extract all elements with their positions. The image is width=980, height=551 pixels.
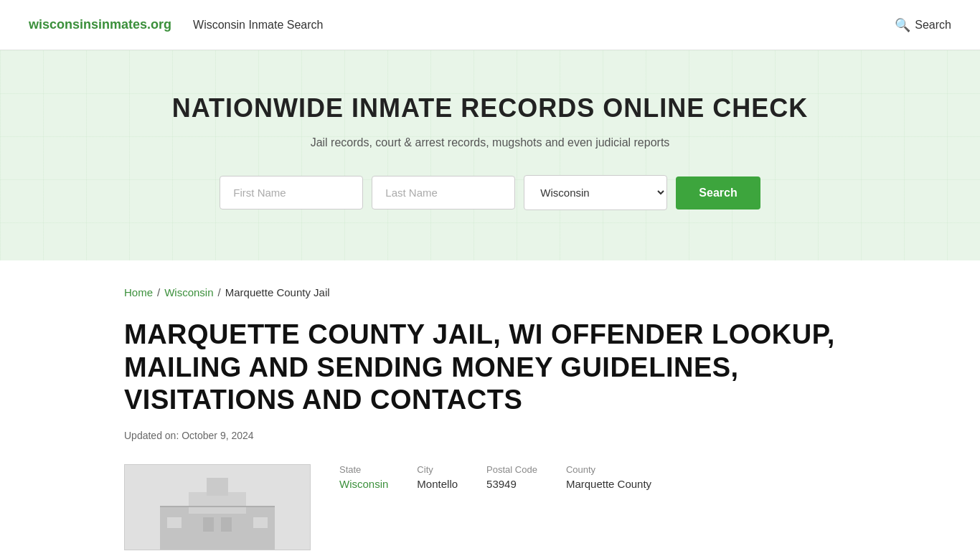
state-value: Wisconsin: [339, 478, 388, 490]
field-city: City Montello: [417, 464, 458, 490]
svg-rect-3: [221, 517, 232, 532]
hero-title: NATIONWIDE INMATE RECORDS ONLINE CHECK: [14, 93, 966, 123]
svg-rect-2: [203, 517, 214, 532]
postal-label: Postal Code: [486, 464, 537, 475]
search-button[interactable]: Search: [676, 176, 760, 209]
navbar: wisconsinsinmates.org Wisconsin Inmate S…: [0, 0, 980, 50]
navbar-search-label: Search: [915, 19, 951, 32]
search-form: AlabamaAlaskaArizonaArkansasCaliforniaCo…: [14, 175, 966, 210]
city-label: City: [417, 464, 458, 475]
navbar-title: Wisconsin Inmate Search: [193, 19, 895, 32]
svg-rect-5: [253, 517, 268, 528]
county-value: Marquette County: [566, 478, 651, 490]
first-name-input[interactable]: [220, 176, 363, 209]
field-postal: Postal Code 53949: [486, 464, 537, 490]
breadcrumb: Home / Wisconsin / Marquette County Jail: [124, 286, 856, 298]
breadcrumb-sep-2: /: [218, 286, 221, 298]
page-title: MARQUETTE COUNTY JAIL, WI OFFENDER LOOKU…: [124, 319, 856, 417]
state-label: State: [339, 464, 388, 475]
facility-info-row: State Wisconsin City Montello Postal Cod…: [124, 464, 856, 550]
postal-value: 53949: [486, 478, 537, 490]
navbar-brand-link[interactable]: wisconsinsinmates.org: [29, 17, 171, 32]
facility-fields: State Wisconsin City Montello Postal Cod…: [311, 464, 651, 490]
facility-image: [124, 464, 311, 550]
field-county: County Marquette County: [566, 464, 651, 490]
navbar-search-button[interactable]: 🔍 Search: [895, 17, 951, 33]
search-icon: 🔍: [895, 17, 910, 33]
breadcrumb-sep-1: /: [157, 286, 160, 298]
state-select[interactable]: AlabamaAlaskaArizonaArkansasCaliforniaCo…: [524, 175, 667, 210]
breadcrumb-home[interactable]: Home: [124, 286, 153, 298]
breadcrumb-current: Marquette County Jail: [225, 286, 330, 298]
svg-rect-4: [167, 517, 182, 528]
last-name-input[interactable]: [372, 176, 515, 209]
field-state: State Wisconsin: [339, 464, 388, 490]
updated-on: Updated on: October 9, 2024: [124, 430, 856, 441]
county-label: County: [566, 464, 651, 475]
svg-rect-6: [207, 478, 228, 496]
city-value: Montello: [417, 478, 458, 490]
main-content: Home / Wisconsin / Marquette County Jail…: [95, 260, 885, 551]
hero-section: NATIONWIDE INMATE RECORDS ONLINE CHECK J…: [0, 50, 980, 260]
hero-subtitle: Jail records, court & arrest records, mu…: [14, 136, 966, 149]
breadcrumb-state[interactable]: Wisconsin: [164, 286, 213, 298]
